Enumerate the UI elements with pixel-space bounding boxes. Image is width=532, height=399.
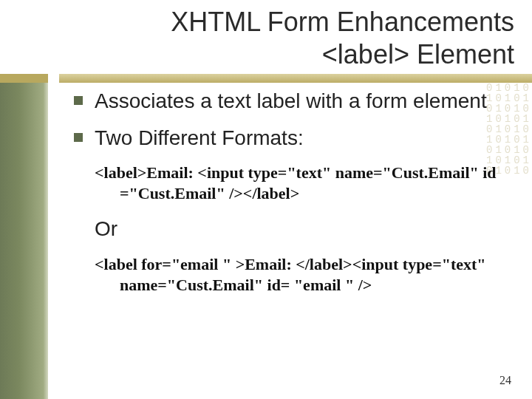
bullet-text: Associates a text label with a form elem… — [95, 89, 487, 114]
decor-band-right — [59, 74, 532, 83]
slide-title: XHTML Form Enhancements <label> Element — [89, 6, 514, 71]
or-separator: Or — [95, 217, 510, 241]
code-text: <label for="email " >Email: </label><inp… — [95, 254, 510, 296]
title-line-2: <label> Element — [322, 39, 514, 69]
code-example-2: <label for="email " >Email: </label><inp… — [95, 254, 510, 296]
code-example-1: <label>Email: <input type="text" name="C… — [95, 163, 510, 204]
page-number: 24 — [499, 374, 511, 387]
code-text: <label>Email: <input type="text" name="C… — [95, 163, 510, 204]
bullet-text: Two Different Formats: — [95, 126, 304, 151]
slide-body: Associates a text label with a form elem… — [74, 89, 510, 309]
slide: 01010 10101 01010 10101 01010 10101 0101… — [0, 0, 532, 399]
bullet-square-icon — [74, 96, 83, 105]
bullet-item: Two Different Formats: — [74, 126, 510, 151]
title-line-1: XHTML Form Enhancements — [171, 7, 514, 37]
decor-band-left — [0, 74, 48, 83]
bullet-item: Associates a text label with a form elem… — [74, 89, 510, 114]
bullet-square-icon — [74, 133, 83, 142]
decor-left-rail — [0, 83, 48, 399]
